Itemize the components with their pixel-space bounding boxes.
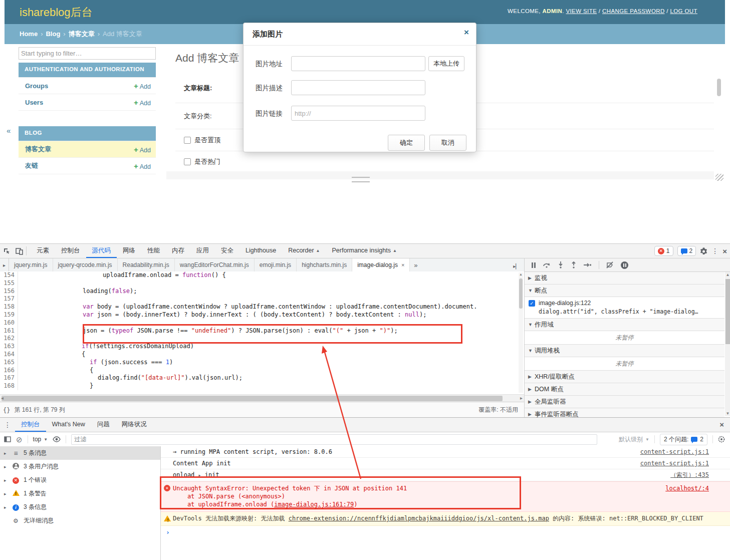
code-line[interactable]: 160 — [0, 319, 524, 327]
local-upload-button[interactable]: 本地上传 — [428, 56, 464, 71]
sidebar-item-Groups[interactable]: Groups+Add — [19, 77, 156, 94]
console-prompt[interactable]: › — [161, 526, 730, 536]
issues-toolbar-badge[interactable]: 2 个问题: 2 — [660, 434, 707, 445]
line-number[interactable]: 156 — [0, 288, 18, 296]
console-filter-warning[interactable]: ▸1 条警告 — [0, 487, 160, 500]
image-desc-input[interactable] — [291, 80, 425, 95]
page-scrollbar-thumb[interactable] — [717, 79, 721, 96]
code-line[interactable]: 158var body = (uploadIframe.contentWindo… — [0, 303, 524, 311]
breadcrumb-posts[interactable]: 博客文章 — [69, 30, 95, 38]
devtools-tab-控制台[interactable]: 控制台 — [55, 244, 86, 258]
code-line[interactable]: 159var json = (body.innerText) ? body.in… — [0, 311, 524, 319]
settings-gear-icon[interactable] — [700, 247, 707, 255]
debugger-section-作用域[interactable]: ▼作用域 — [525, 319, 724, 331]
sidebar-item-Users[interactable]: Users+Add — [19, 94, 156, 110]
debugger-scrollbar[interactable]: ▲ ▼ — [725, 272, 730, 416]
drawer-close-icon[interactable]: × — [719, 421, 724, 428]
drawer-tab-网络状况[interactable]: 网络状况 — [116, 418, 153, 432]
confirm-button[interactable]: 确定 — [388, 135, 425, 151]
devtools-tab-网络[interactable]: 网络 — [117, 244, 141, 258]
code-line[interactable]: 155 — [0, 279, 524, 288]
editor-hscrollbar[interactable]: ◂ ▸ — [0, 394, 524, 402]
expand-caret-icon[interactable]: ▸ — [4, 491, 8, 496]
splitter-drag-handle[interactable] — [352, 177, 370, 182]
pretty-print-icon[interactable]: {} — [3, 407, 10, 414]
code-line[interactable]: 165if (json.success === 1) — [0, 359, 524, 367]
console-filter-user[interactable]: ▸3 条用户消息 — [0, 460, 160, 473]
editor-pane-icon[interactable]: ▸▏ — [513, 259, 520, 272]
console-log-message[interactable]: onload ▸ init（索引）:435 — [161, 469, 730, 481]
message-source-link[interactable]: （索引）:435 — [670, 471, 709, 479]
step-out-icon[interactable] — [571, 261, 577, 268]
js-context-selector[interactable]: top ▼ — [33, 436, 48, 443]
cancel-button[interactable]: 取消 — [429, 135, 466, 151]
file-tab-wangEditorForChat.min.js[interactable]: wangEditorForChat.min.js — [175, 258, 255, 271]
line-number[interactable]: 165 — [0, 359, 18, 367]
add-link[interactable]: +Add — [134, 82, 151, 90]
devtools-tab-应用[interactable]: 应用 — [190, 244, 215, 258]
message-source-link[interactable]: content-script.js:1 — [640, 459, 709, 467]
code-line[interactable]: 163if(!settings.crossDomainUpload) — [0, 343, 524, 351]
more-options-icon[interactable]: ⋮ — [711, 247, 718, 254]
step-over-icon[interactable] — [543, 262, 551, 268]
line-number[interactable]: 167 — [0, 374, 18, 382]
device-toolbar-icon[interactable] — [16, 247, 23, 255]
devtools-tab-元素[interactable]: 元素 — [31, 244, 55, 258]
line-number[interactable]: 164 — [0, 351, 18, 359]
file-tab-image-dialog.js[interactable]: image-dialog.js× — [352, 258, 410, 271]
code-line[interactable]: 156loading(false); — [0, 288, 524, 296]
line-number[interactable]: 160 — [0, 319, 18, 327]
debugger-section-DOM 断点[interactable]: ▶DOM 断点 — [525, 383, 724, 396]
file-tab-Readability.min.js[interactable]: Readability.min.js — [118, 258, 175, 271]
model-link[interactable]: Groups — [25, 82, 48, 90]
devtools-tab-安全[interactable]: 安全 — [215, 244, 239, 258]
line-number[interactable]: 163 — [0, 343, 18, 351]
model-link[interactable]: Users — [25, 99, 43, 106]
file-tab-highcharts.min.js[interactable]: highcharts.min.js — [297, 258, 352, 271]
console-sidebar-toggle-icon[interactable] — [4, 436, 11, 442]
code-line[interactable]: 161json = (typeof JSON.parse !== "undefi… — [0, 327, 524, 335]
debugger-section-XHR/提取断点[interactable]: ▶XHR/提取断点 — [525, 371, 724, 383]
log-level-selector[interactable]: 默认级别 ▼ — [619, 435, 649, 444]
expand-caret-icon[interactable]: ▸ — [4, 464, 8, 469]
console-settings-gear-icon[interactable] — [718, 436, 725, 443]
debugger-section-事件监听器断点[interactable]: ▶事件监听器断点 — [525, 408, 724, 417]
devtools-tab-Performance insights[interactable]: Performance insights▲ — [326, 244, 403, 258]
add-link[interactable]: +Add — [134, 162, 151, 170]
code-line[interactable]: 168} — [0, 382, 524, 390]
editor-vscrollbar[interactable]: ▲ — [519, 272, 523, 393]
image-url-input[interactable] — [291, 56, 425, 71]
message-source-link[interactable]: localhost/:4 — [665, 484, 709, 492]
deactivate-breakpoints-icon[interactable] — [606, 261, 614, 268]
console-filter-verbose[interactable]: ⚙无详细消息 — [0, 514, 160, 527]
console-warning-message[interactable]: DevTools 无法加载来源映射: 无法加载 chrome-extension… — [161, 512, 730, 526]
add-link[interactable]: +Add — [134, 98, 151, 107]
image-link-input[interactable] — [291, 106, 425, 121]
line-number[interactable]: 155 — [0, 279, 18, 288]
message-source-link[interactable]: content-script.js:1 — [640, 448, 709, 456]
drawer-tab-问题[interactable]: 问题 — [91, 418, 116, 432]
file-tab-jquery-qrcode.min.js[interactable]: jquery-qrcode.min.js — [53, 258, 118, 271]
live-expression-eye-icon[interactable] — [53, 436, 61, 442]
source-map-link[interactable]: chrome-extension://ncennffkjdiamlpmcbajk… — [289, 515, 549, 522]
devtools-tab-Lighthouse[interactable]: Lighthouse — [239, 244, 282, 258]
breakpoint-checkbox[interactable]: ✓ — [529, 300, 535, 307]
issues-count-badge[interactable]: 2 — [677, 246, 696, 256]
pause-script-icon[interactable] — [532, 262, 536, 268]
tab-close-icon[interactable]: × — [401, 262, 404, 268]
line-number[interactable]: 168 — [0, 382, 18, 390]
view-site-link[interactable]: VIEW SITE — [566, 8, 597, 14]
code-line[interactable]: 164{ — [0, 351, 524, 359]
change-password-link[interactable]: CHANGE PASSWORD — [602, 8, 665, 14]
clear-console-icon[interactable]: ⊘ — [16, 436, 23, 443]
expand-caret-icon[interactable]: ▸ — [4, 478, 8, 483]
sidebar-item-友链[interactable]: 友链+Add — [19, 157, 156, 174]
code-line[interactable]: 154uploadIframe.onload = function() { — [0, 271, 524, 279]
stack-frame-link[interactable]: image-dialog.js:161:79 — [274, 501, 354, 508]
file-tab-emoji.min.js[interactable]: emoji.min.js — [255, 258, 297, 271]
resize-corner[interactable] — [715, 174, 723, 181]
checkbox[interactable] — [184, 158, 191, 165]
line-number[interactable]: 154 — [0, 271, 18, 279]
line-number[interactable]: 166 — [0, 367, 18, 375]
breadcrumb-home[interactable]: Home — [20, 30, 38, 38]
